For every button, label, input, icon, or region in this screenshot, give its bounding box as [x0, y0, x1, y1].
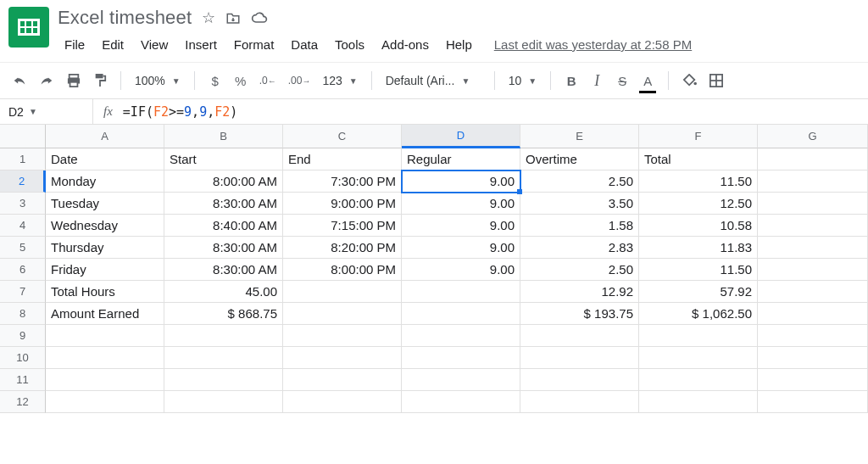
menu-data[interactable]: Data: [284, 34, 325, 55]
cell-A6[interactable]: Friday: [46, 259, 164, 281]
font-size-combo[interactable]: 10▼: [505, 74, 540, 87]
borders-button[interactable]: [706, 70, 726, 92]
cell-B6[interactable]: 8:30:00 AM: [164, 259, 283, 281]
cell-F7[interactable]: 57.92: [639, 281, 758, 303]
column-header-B[interactable]: B: [164, 125, 283, 148]
column-header-C[interactable]: C: [283, 125, 402, 148]
cell-D5[interactable]: 9.00: [402, 237, 520, 259]
column-header-G[interactable]: G: [758, 125, 868, 148]
cell-B3[interactable]: 8:30:00 AM: [164, 193, 283, 215]
cell-E4[interactable]: 1.58: [520, 215, 639, 237]
cell-A5[interactable]: Thursday: [46, 237, 164, 259]
cell-G2[interactable]: [758, 171, 868, 193]
cell-C4[interactable]: 7:15:00 PM: [283, 215, 402, 237]
cell-A11[interactable]: [46, 369, 164, 391]
cell-A3[interactable]: Tuesday: [46, 193, 164, 215]
cell-C1[interactable]: End: [283, 148, 402, 171]
cell-G9[interactable]: [758, 325, 868, 347]
cell-D3[interactable]: 9.00: [402, 193, 520, 215]
cell-A12[interactable]: [46, 391, 164, 413]
move-icon[interactable]: [225, 11, 241, 25]
cell-F1[interactable]: Total: [639, 148, 758, 171]
cell-C8[interactable]: [283, 303, 402, 325]
cell-E2[interactable]: 2.50: [520, 171, 639, 193]
cell-G4[interactable]: [758, 215, 868, 237]
cell-F12[interactable]: [639, 391, 758, 413]
cell-D7[interactable]: [402, 281, 520, 303]
cell-B12[interactable]: [164, 391, 283, 413]
row-header-1[interactable]: 1: [0, 148, 46, 171]
italic-button[interactable]: I: [587, 70, 607, 92]
cell-A1[interactable]: Date: [46, 148, 164, 171]
cell-E6[interactable]: 2.50: [520, 259, 639, 281]
menu-file[interactable]: File: [58, 34, 92, 55]
row-header-12[interactable]: 12: [0, 391, 46, 413]
cell-F11[interactable]: [639, 369, 758, 391]
cell-F3[interactable]: 12.50: [639, 193, 758, 215]
row-header-2[interactable]: 2: [0, 171, 46, 193]
cell-C3[interactable]: 9:00:00 PM: [283, 193, 402, 215]
cell-G7[interactable]: [758, 281, 868, 303]
cell-B5[interactable]: 8:30:00 AM: [164, 237, 283, 259]
column-header-E[interactable]: E: [520, 125, 639, 148]
cell-G11[interactable]: [758, 369, 868, 391]
cell-B4[interactable]: 8:40:00 AM: [164, 215, 283, 237]
row-header-10[interactable]: 10: [0, 347, 46, 369]
cell-G5[interactable]: [758, 237, 868, 259]
text-color-button[interactable]: A: [637, 70, 658, 92]
spreadsheet-grid[interactable]: ABCDEFG1DateStartEndRegularOvertimeTotal…: [0, 125, 868, 413]
cell-C2[interactable]: 7:30:00 PM: [283, 171, 402, 193]
number-format-combo[interactable]: 123▼: [319, 74, 360, 87]
bold-button[interactable]: B: [561, 70, 581, 92]
cell-G3[interactable]: [758, 193, 868, 215]
undo-button[interactable]: [8, 70, 31, 92]
menu-format[interactable]: Format: [227, 34, 281, 55]
cell-F6[interactable]: 11.50: [639, 259, 758, 281]
row-header-4[interactable]: 4: [0, 215, 46, 237]
last-edit-link[interactable]: Last edit was yesterday at 2:58 PM: [494, 37, 692, 52]
cell-A10[interactable]: [46, 347, 164, 369]
cell-A9[interactable]: [46, 325, 164, 347]
name-box[interactable]: D2 ▼: [0, 99, 93, 124]
menu-insert[interactable]: Insert: [178, 34, 224, 55]
font-combo[interactable]: Default (Ari...▼: [382, 74, 484, 87]
cell-B2[interactable]: 8:00:00 AM: [164, 171, 283, 193]
strikethrough-button[interactable]: S: [612, 70, 632, 92]
format-percent-button[interactable]: %: [231, 70, 251, 92]
cell-E9[interactable]: [520, 325, 639, 347]
cell-C9[interactable]: [283, 325, 402, 347]
cell-D9[interactable]: [402, 325, 520, 347]
cell-E3[interactable]: 3.50: [520, 193, 639, 215]
paint-format-button[interactable]: [90, 70, 110, 92]
cell-D1[interactable]: Regular: [402, 148, 520, 171]
cell-C6[interactable]: 8:00:00 PM: [283, 259, 402, 281]
redo-button[interactable]: [36, 70, 58, 92]
menu-help[interactable]: Help: [439, 34, 479, 55]
column-header-A[interactable]: A: [46, 125, 164, 148]
cell-C7[interactable]: [283, 281, 402, 303]
zoom-combo[interactable]: 100%▼: [131, 74, 184, 87]
menu-view[interactable]: View: [134, 34, 175, 55]
cell-B1[interactable]: Start: [164, 148, 283, 171]
decrease-decimal-button[interactable]: .0←: [256, 70, 280, 92]
cell-D2[interactable]: 9.00: [402, 171, 520, 193]
print-button[interactable]: [63, 70, 85, 92]
column-header-F[interactable]: F: [639, 125, 758, 148]
cell-A4[interactable]: Wednesday: [46, 215, 164, 237]
cell-B11[interactable]: [164, 369, 283, 391]
cell-E8[interactable]: $ 193.75: [520, 303, 639, 325]
cell-F5[interactable]: 11.83: [639, 237, 758, 259]
cell-C11[interactable]: [283, 369, 402, 391]
sheets-logo[interactable]: [8, 7, 49, 48]
cell-F4[interactable]: 10.58: [639, 215, 758, 237]
cell-F8[interactable]: $ 1,062.50: [639, 303, 758, 325]
cell-C10[interactable]: [283, 347, 402, 369]
cell-D6[interactable]: 9.00: [402, 259, 520, 281]
cell-G6[interactable]: [758, 259, 868, 281]
cell-A7[interactable]: Total Hours: [46, 281, 164, 303]
cell-E11[interactable]: [520, 369, 639, 391]
format-currency-button[interactable]: $: [205, 70, 225, 92]
document-title[interactable]: Excel timesheet: [58, 7, 192, 29]
cell-E10[interactable]: [520, 347, 639, 369]
cell-G12[interactable]: [758, 391, 868, 413]
